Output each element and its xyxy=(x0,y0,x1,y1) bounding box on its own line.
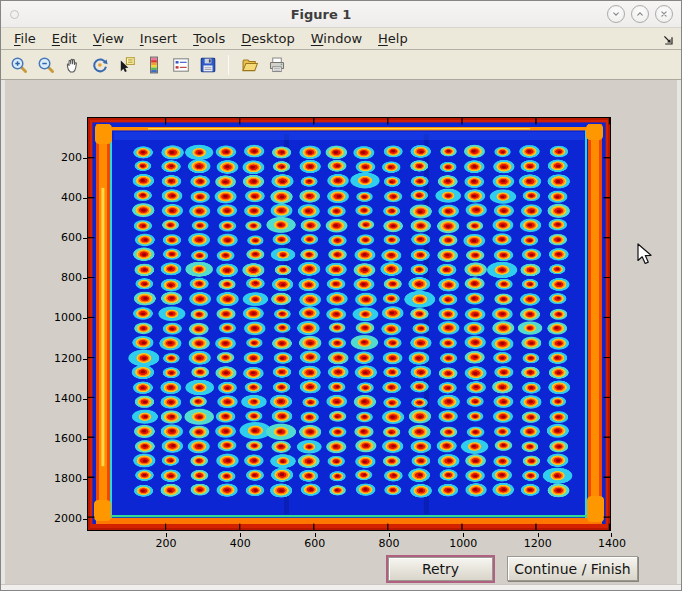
menubar: FileEditViewInsertToolsDesktopWindowHelp xyxy=(1,28,681,50)
y-axis-tick xyxy=(83,479,87,480)
window-title: Figure 1 xyxy=(41,1,601,28)
menu-insert[interactable]: Insert xyxy=(140,31,177,46)
y-axis-tick-label: 200 xyxy=(42,151,82,164)
menu-edit[interactable]: Edit xyxy=(52,31,77,46)
window-controls xyxy=(607,5,673,23)
legend-icon[interactable] xyxy=(170,54,191,75)
figure-toolbar xyxy=(1,50,681,80)
y-axis-tick xyxy=(83,519,87,520)
shade-button[interactable] xyxy=(607,5,625,23)
toolbar-separator xyxy=(228,55,229,75)
pan-icon[interactable] xyxy=(62,54,83,75)
y-axis-tick-label: 1200 xyxy=(42,352,82,365)
x-axis-tick-label: 200 xyxy=(142,537,190,550)
open-icon[interactable] xyxy=(239,54,260,75)
figure-window: Figure 1 FileEditViewInsertToolsDesktopW… xyxy=(0,0,682,591)
retry-button[interactable]: Retry xyxy=(388,557,493,581)
x-axis-tick-label: 400 xyxy=(216,537,264,550)
zoom-out-icon[interactable] xyxy=(35,54,56,75)
x-axis-tick xyxy=(389,533,390,537)
y-axis-tick-label: 1600 xyxy=(42,432,82,445)
menu-desktop[interactable]: Desktop xyxy=(241,31,295,46)
continue-finish-button[interactable]: Continue / Finish xyxy=(507,556,638,581)
y-axis-tick-label: 800 xyxy=(42,271,82,284)
x-axis-tick xyxy=(315,533,316,537)
y-axis-tick-label: 1800 xyxy=(42,472,82,485)
menu-help[interactable]: Help xyxy=(378,31,408,46)
y-axis-tick xyxy=(83,278,87,279)
close-button[interactable] xyxy=(655,5,673,23)
x-axis-tick-label: 1400 xyxy=(588,537,636,550)
menu-file[interactable]: File xyxy=(14,31,36,46)
y-axis-tick xyxy=(83,158,87,159)
x-axis-tick xyxy=(611,533,612,537)
y-axis-tick-label: 2000 xyxy=(42,512,82,525)
x-axis-tick xyxy=(240,533,241,537)
maximize-button[interactable] xyxy=(631,5,649,23)
y-axis-tick xyxy=(83,198,87,199)
colorbar-icon[interactable] xyxy=(143,54,164,75)
zoom-in-icon[interactable] xyxy=(8,54,29,75)
y-axis-tick xyxy=(83,439,87,440)
y-axis-tick-label: 1000 xyxy=(42,311,82,324)
y-axis-tick-label: 600 xyxy=(42,231,82,244)
x-axis-tick xyxy=(166,533,167,537)
window-edge-bottom xyxy=(1,584,681,590)
titlebar[interactable]: Figure 1 xyxy=(1,1,681,28)
x-axis-tick xyxy=(538,533,539,537)
window-edge-left xyxy=(1,80,5,584)
plate-heatmap-image[interactable] xyxy=(87,117,611,531)
y-axis-tick xyxy=(83,318,87,319)
x-axis-tick-label: 600 xyxy=(291,537,339,550)
menu-tools[interactable]: Tools xyxy=(193,31,225,46)
data-cursor-icon[interactable] xyxy=(116,54,137,75)
rotate-3d-icon[interactable] xyxy=(89,54,110,75)
menu-window[interactable]: Window xyxy=(311,31,362,46)
x-axis-tick-label: 800 xyxy=(365,537,413,550)
window-icon xyxy=(10,10,19,19)
dock-figure-icon[interactable] xyxy=(662,34,674,46)
x-axis-tick xyxy=(463,533,464,537)
save-icon[interactable] xyxy=(197,54,218,75)
y-axis-tick xyxy=(83,399,87,400)
y-axis-tick-label: 1400 xyxy=(42,392,82,405)
y-axis-tick-label: 400 xyxy=(42,191,82,204)
print-icon[interactable] xyxy=(266,54,287,75)
y-axis-tick xyxy=(83,359,87,360)
x-axis-tick-label: 1200 xyxy=(514,537,562,550)
y-axis-tick xyxy=(83,238,87,239)
window-edge-right xyxy=(677,80,681,584)
x-axis-tick-label: 1000 xyxy=(439,537,487,550)
menu-view[interactable]: View xyxy=(93,31,124,46)
